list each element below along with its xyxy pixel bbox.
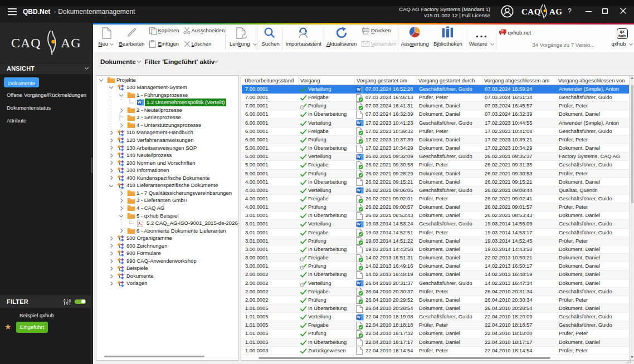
svg-text:W: W <box>357 281 360 285</box>
svg-text:W: W <box>357 87 360 91</box>
svg-text:W: W <box>357 155 360 159</box>
svg-text:W: W <box>357 189 360 193</box>
svg-text:W: W <box>357 121 360 125</box>
svg-text:W: W <box>138 101 142 105</box>
svg-text:W: W <box>357 222 360 226</box>
svg-text:W: W <box>357 315 360 319</box>
